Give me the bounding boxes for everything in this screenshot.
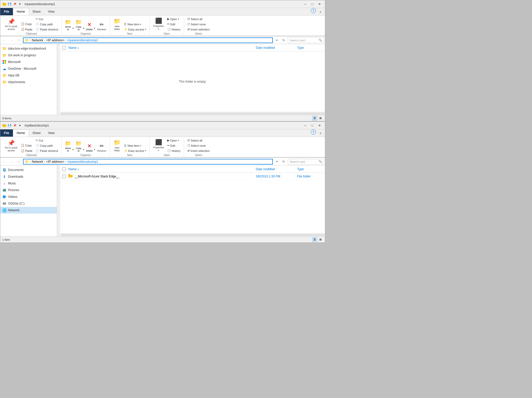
move-to-btn-2[interactable]: 📁 Moveto xyxy=(64,139,72,153)
copy-path-btn-1[interactable]: 📄 Copy path xyxy=(34,22,59,27)
maximize-btn-1[interactable]: □ xyxy=(309,1,316,7)
easy-access-btn-1[interactable]: ⚡ Easy access ▾ xyxy=(123,27,147,32)
minimize-btn-1[interactable]: ─ xyxy=(302,1,308,7)
copy-to-dropdown-2[interactable]: ▾ xyxy=(83,139,84,153)
sidebar-item-pictures[interactable]: Pictures xyxy=(0,187,57,193)
select-all-checkbox-2[interactable] xyxy=(62,167,66,171)
address-path-2[interactable]: 📁 › Network › <IP address> › myasesmbloc… xyxy=(23,159,273,165)
rename-btn-1[interactable]: ✏ Rename xyxy=(96,20,108,32)
sidebar-item-data-box[interactable]: 📁 data-box-edge-troubleshoot xyxy=(0,45,57,52)
col-header-date-1[interactable]: Date modified xyxy=(256,46,297,50)
tab-home-2[interactable]: Home xyxy=(13,129,29,137)
paste-btn-2[interactable]: 📋 Paste xyxy=(20,148,34,153)
select-all-btn-2[interactable]: ☑ Select all xyxy=(186,138,211,143)
large-icons-btn-1[interactable]: ⊞ xyxy=(318,116,323,121)
col-header-type-1[interactable]: Type xyxy=(297,46,323,50)
close-btn-2[interactable]: ✕ xyxy=(316,123,323,128)
pin-quick-access-btn-1[interactable]: 📌 Pin to Quickaccess xyxy=(3,18,19,32)
refresh-btn-2[interactable]: ↻ xyxy=(281,159,287,165)
select-none-btn-1[interactable]: ☐ Select none xyxy=(186,22,211,27)
move-to-dropdown-2[interactable]: ▾ xyxy=(72,139,74,153)
dropdown-title-icon[interactable]: ▼ xyxy=(18,2,22,6)
col-header-name-2[interactable]: Name ∧ xyxy=(68,167,256,171)
tab-file-1[interactable]: File xyxy=(0,8,13,15)
copy-btn-1[interactable]: 📋 Copy xyxy=(20,21,34,26)
col-header-type-2[interactable]: Type xyxy=(297,167,323,171)
invert-selection-btn-2[interactable]: ⇄ Invert selection xyxy=(186,148,211,153)
help-btn-2[interactable]: ? xyxy=(311,129,316,135)
move-to-dropdown-1[interactable]: ▾ xyxy=(72,18,74,32)
refresh-btn-1[interactable]: ↻ xyxy=(281,37,287,43)
delete-btn-1[interactable]: ✕ Delete xyxy=(85,20,94,32)
open-btn-1[interactable]: ▶ Open ▾ xyxy=(166,17,182,21)
cut-btn-1[interactable]: ✂ Cut xyxy=(34,17,59,21)
sidebar-item-attachments[interactable]: 📁 Attachments xyxy=(0,79,57,85)
delete-dropdown-2[interactable]: ▾ xyxy=(94,142,95,153)
tab-file-2[interactable]: File xyxy=(0,129,13,137)
history-btn-2[interactable]: 🕒 History xyxy=(166,148,182,153)
dropdown-title-icon-2[interactable]: ▼ xyxy=(18,123,22,128)
search-box-2[interactable]: Search myd... 🔍 xyxy=(288,159,324,165)
up-btn-1[interactable]: ↑ xyxy=(16,37,22,43)
invert-selection-btn-1[interactable]: ⇄ Invert selection xyxy=(186,27,211,32)
collapse-btn-1[interactable]: ∧ xyxy=(316,8,325,15)
copy-to-btn-1[interactable]: 📁 Copyto xyxy=(74,18,83,32)
tab-home-1[interactable]: Home xyxy=(13,8,29,15)
hscrollbar-1[interactable] xyxy=(60,112,325,115)
delete-btn-2[interactable]: ✕ Delete xyxy=(85,142,94,153)
sidebar-item-alpa[interactable]: 📁 Alpa-SB xyxy=(0,72,57,79)
sidebar-scrollbar-1[interactable] xyxy=(57,44,60,115)
dropdown-path-btn-2[interactable]: ▼ xyxy=(274,159,280,165)
sidebar-item-documents[interactable]: Documents xyxy=(0,167,57,173)
paste-shortcut-btn-1[interactable]: 📄 Paste shortcut xyxy=(34,27,59,32)
tab-share-1[interactable]: Share xyxy=(29,8,44,15)
move-to-btn-1[interactable]: 📁 Moveto xyxy=(64,18,72,32)
new-item-btn-1[interactable]: 🗒 New item ▾ xyxy=(123,22,147,27)
header-check-2[interactable] xyxy=(62,167,68,171)
hscrollbar-2[interactable] xyxy=(60,233,325,236)
details-view-btn-2[interactable]: ☰ xyxy=(312,237,317,242)
rename-btn-2[interactable]: ✏ Rename xyxy=(96,142,108,153)
copy-to-btn-2[interactable]: 📁 Copyto xyxy=(74,139,83,153)
address-path-1[interactable]: 📁 › Network › <IP address> › myasesmbloc… xyxy=(23,37,273,43)
sidebar-item-onedrive[interactable]: ☁ OneDrive - Microsoft xyxy=(0,65,57,72)
new-item-btn-2[interactable]: 🗒 New item ▾ xyxy=(123,143,147,148)
copy-btn-2[interactable]: 📋 Copy xyxy=(20,143,34,148)
header-check-1[interactable] xyxy=(62,46,68,50)
col-header-name-1[interactable]: Name ∧ xyxy=(68,46,256,50)
maximize-btn-2[interactable]: □ xyxy=(309,123,316,128)
row-check-1[interactable] xyxy=(62,175,68,178)
edit-btn-1[interactable]: ✏ Edit xyxy=(166,22,182,27)
up-btn-2[interactable]: ↑ xyxy=(16,159,22,165)
large-icons-btn-2[interactable]: ⊞ xyxy=(318,237,323,242)
sidebar-item-ga[interactable]: 📁 GA work in progress xyxy=(0,52,57,59)
tab-view-1[interactable]: View xyxy=(44,8,58,15)
new-folder-btn-1[interactable]: 📁 Newfolder xyxy=(112,17,122,32)
sidebar-item-videos[interactable]: Videos xyxy=(0,193,57,200)
minimize-btn-2[interactable]: ─ xyxy=(302,123,308,128)
copy-to-dropdown-1[interactable]: ▾ xyxy=(83,18,84,32)
edit-btn-2[interactable]: ✏ Edit xyxy=(166,143,182,148)
sidebar-item-osdisk[interactable]: OSDisk (C:) xyxy=(0,200,57,207)
back-btn-2[interactable]: ← xyxy=(1,159,7,165)
collapse-btn-2[interactable]: ∧ xyxy=(316,129,325,137)
delete-dropdown-1[interactable]: ▾ xyxy=(94,20,95,32)
properties-btn-2[interactable]: ⬛ Properties ▾ xyxy=(152,138,165,153)
pin-quick-access-btn-2[interactable]: 📌 Pin to Quickaccess xyxy=(3,139,19,153)
open-btn-2[interactable]: ▶ Open ▾ xyxy=(166,138,182,143)
select-none-btn-2[interactable]: ☐ Select none xyxy=(186,143,211,148)
row-checkbox-1[interactable] xyxy=(62,175,66,178)
tab-view-2[interactable]: View xyxy=(44,129,58,137)
forward-btn-1[interactable]: → xyxy=(9,37,15,43)
table-row[interactable]: __Microsoft Azure Stack Edge__ 3/8/2019 … xyxy=(60,173,325,180)
back-btn-1[interactable]: ← xyxy=(1,37,7,43)
tab-share-2[interactable]: Share xyxy=(29,129,44,137)
help-btn-1[interactable]: ? xyxy=(311,8,316,13)
dropdown-path-btn-1[interactable]: ▼ xyxy=(274,37,280,43)
history-btn-1[interactable]: 🕒 History xyxy=(166,27,182,32)
sidebar-item-downloads[interactable]: ⬇ Downloads xyxy=(0,173,57,180)
copy-path-btn-2[interactable]: 📄 Copy path xyxy=(34,143,59,148)
cut-btn-2[interactable]: ✂ Cut xyxy=(34,138,59,143)
search-box-1[interactable]: Search myd... 🔍 xyxy=(288,37,324,43)
paste-btn-1[interactable]: 📋 Paste xyxy=(20,27,34,32)
